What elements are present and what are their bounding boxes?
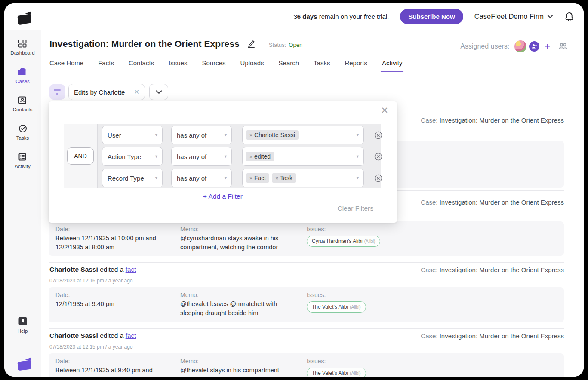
close-popup-icon[interactable]: ✕ xyxy=(378,105,391,116)
bell-icon xyxy=(564,12,574,22)
assigned-users: Assigned users: + xyxy=(460,40,568,52)
tab-activity[interactable]: Activity xyxy=(382,54,403,72)
remove-filter-row-button[interactable] xyxy=(374,174,382,182)
issues-label: Issues: xyxy=(307,291,366,298)
case-label: Case: xyxy=(421,266,437,273)
tab-case-home[interactable]: Case Home xyxy=(49,54,83,72)
tab-uploads[interactable]: Uploads xyxy=(240,54,264,72)
tab-reports[interactable]: Reports xyxy=(345,54,367,72)
screen-frame: 36 days remain on your free trial. Subsc… xyxy=(0,0,588,380)
case-label: Case: xyxy=(421,332,437,340)
tab-search[interactable]: Search xyxy=(279,54,299,72)
issue-type: (Alibi) xyxy=(350,305,361,310)
tag-remove-icon[interactable]: × xyxy=(275,175,278,181)
entry-timestamp: 07/18/2023 at 12:15 pm / a year ago xyxy=(49,344,132,350)
memo-label: Memo: xyxy=(180,291,291,298)
value-tag-label: Charlotte Sassi xyxy=(254,132,295,138)
entry-object-link[interactable]: fact xyxy=(126,332,136,339)
and-operator-button[interactable]: AND xyxy=(67,147,94,165)
user-avatar[interactable] xyxy=(514,40,526,52)
fact-memo: @cyrushardman stays awake in his compart… xyxy=(180,234,291,252)
remove-filter-row-button[interactable] xyxy=(374,153,382,161)
operator-select[interactable]: has any of ▼ xyxy=(171,126,232,144)
tab-contacts[interactable]: Contacts xyxy=(129,54,154,72)
case-link[interactable]: Investigation: Murder on the Orient Expr… xyxy=(440,199,564,206)
tab-sources[interactable]: Sources xyxy=(202,54,225,72)
casefleet-logo-icon xyxy=(14,9,32,25)
sidebar-item-dashboard[interactable]: Dashboard xyxy=(10,39,34,55)
cases-briefcase-icon xyxy=(17,67,28,77)
issue-name: Cyrus Hardman's Alibi xyxy=(312,238,363,244)
filter-operator-column: AND xyxy=(64,124,98,188)
activity-list-icon xyxy=(18,152,27,162)
operator-select[interactable]: has any of ▼ xyxy=(171,147,232,166)
date-label: Date: xyxy=(55,291,172,298)
tag-remove-icon[interactable]: × xyxy=(249,132,252,138)
tab-issues[interactable]: Issues xyxy=(169,54,187,72)
field-select[interactable]: Action Type ▼ xyxy=(102,147,163,166)
add-user-avatar-button[interactable] xyxy=(528,40,540,52)
entry-case-line: Case: Investigation: Murder on the Orien… xyxy=(421,332,564,340)
firm-switcher[interactable]: CaseFleet Demo Firm xyxy=(474,12,553,21)
chevron-down-icon xyxy=(547,15,553,18)
fact-date: Between 12/1/1935 at 10:00 pm and 12/2/1… xyxy=(55,234,172,252)
remove-filter-row-button[interactable] xyxy=(374,131,382,139)
contacts-badge-icon xyxy=(18,95,27,105)
case-link[interactable]: Investigation: Murder on the Orient Expr… xyxy=(440,332,564,340)
clear-filters-link[interactable]: Clear Filters xyxy=(337,205,373,212)
subscribe-now-button[interactable]: Subscribe Now xyxy=(400,9,463,24)
caret-down-icon: ▼ xyxy=(224,176,228,180)
field-select[interactable]: User ▼ xyxy=(102,126,163,144)
value-tag-label: Task xyxy=(280,175,292,181)
edit-title-pencil-icon[interactable] xyxy=(246,39,256,49)
value-tag[interactable]: ×Fact xyxy=(246,173,269,183)
activity-page: Edits by Charlotte ✕ Case: Investigation… xyxy=(41,72,584,377)
field-select-value: Record Type xyxy=(108,175,144,182)
issues-label: Issues: xyxy=(307,226,380,233)
entry-case-line: Case: Investigation: Murder on the Orien… xyxy=(421,266,564,273)
caret-down-icon: ▼ xyxy=(356,154,360,159)
case-tabs: Case Home Facts Contacts Issues Sources … xyxy=(49,54,584,72)
value-tag[interactable]: ×edited xyxy=(246,152,274,161)
caret-down-icon: ▼ xyxy=(224,154,228,159)
trial-countdown: 36 days remain on your free trial. xyxy=(293,13,389,20)
case-link[interactable]: Investigation: Murder on the Orient Expr… xyxy=(440,266,564,273)
issue-pill[interactable]: The Valet's Alibi (Alibi) xyxy=(307,368,366,377)
tag-remove-icon[interactable]: × xyxy=(249,154,252,160)
issue-pill[interactable]: Cyrus Hardman's Alibi (Alibi) xyxy=(307,236,380,247)
entry-heading: Charlotte Sassi edited a fact xyxy=(49,266,136,273)
sidebar: Dashboard Cases Contacts Tasks xyxy=(4,30,41,377)
sidebar-item-tasks[interactable]: Tasks xyxy=(16,124,29,141)
add-filter-link[interactable]: + Add a Filter xyxy=(203,193,243,200)
activity-card: Date: 12/1/1935 at 9:40 pm Memo: @theval… xyxy=(49,287,564,322)
caret-down-icon: ▼ xyxy=(154,176,158,180)
issue-pill[interactable]: The Valet's Alibi (Alibi) xyxy=(307,301,366,313)
value-tag[interactable]: ×Charlotte Sassi xyxy=(246,130,299,140)
add-assignee-plus-icon[interactable]: + xyxy=(545,42,550,51)
sidebar-item-contacts[interactable]: Contacts xyxy=(13,95,32,112)
operator-select[interactable]: has any of ▼ xyxy=(171,169,232,187)
sidebar-item-activity[interactable]: Activity xyxy=(15,152,30,169)
manage-users-button[interactable] xyxy=(558,42,568,51)
people-icon xyxy=(558,42,568,51)
case-link[interactable]: Investigation: Murder on the Orient Expr… xyxy=(440,116,564,124)
values-multiselect[interactable]: ×Charlotte Sassi ▼ xyxy=(242,126,364,144)
entry-case-line: Case: Investigation: Murder on the Orien… xyxy=(421,116,564,124)
value-tag[interactable]: ×Task xyxy=(272,173,296,183)
field-select[interactable]: Record Type ▼ xyxy=(102,169,163,187)
sidebar-item-cases[interactable]: Cases xyxy=(15,67,30,84)
tab-tasks[interactable]: Tasks xyxy=(314,54,330,72)
status-label: Status: xyxy=(269,42,286,48)
values-multiselect[interactable]: ×edited ▼ xyxy=(242,147,364,166)
notifications-bell-button[interactable] xyxy=(564,12,574,22)
date-label: Date: xyxy=(55,226,172,233)
status-value: Open xyxy=(289,42,302,48)
tab-facts[interactable]: Facts xyxy=(98,54,114,72)
entry-object-link[interactable]: fact xyxy=(126,266,136,273)
values-multiselect[interactable]: ×Fact ×Task ▼ xyxy=(242,169,364,187)
sidebar-item-help[interactable]: Help xyxy=(4,316,41,334)
filter-row-record-type: Record Type ▼ has any of ▼ ×Fact ×Task ▼ xyxy=(102,169,382,187)
caret-down-icon: ▼ xyxy=(154,154,158,159)
tag-remove-icon[interactable]: × xyxy=(249,175,252,181)
entry-case-line: Case: Investigation: Murder on the Orien… xyxy=(421,199,564,206)
